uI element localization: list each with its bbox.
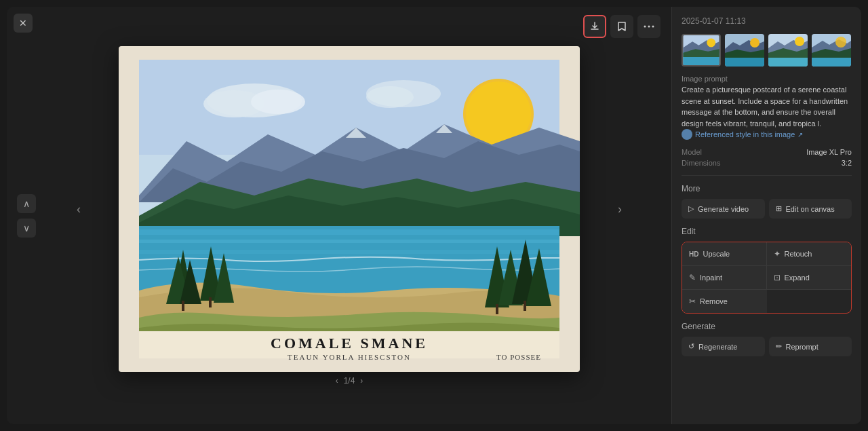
next-image-button[interactable]: › [612, 196, 627, 221]
model-label: Model [682, 148, 702, 156]
prompt-text: Create a picturesque postcard of a seren… [682, 84, 852, 129]
svg-rect-22 [139, 240, 559, 243]
reprompt-label: Reprompt [786, 343, 818, 351]
model-value: Image XL Pro [806, 148, 852, 156]
thumbnail-1[interactable] [682, 34, 721, 67]
dimensions-value: 3:2 [842, 159, 852, 167]
bookmark-button[interactable] [610, 15, 633, 38]
svg-point-0 [644, 26, 646, 28]
regenerate-icon: ↺ [688, 342, 694, 351]
regenerate-label: Regenerate [698, 343, 738, 351]
edit-section: Edit HD Upscale ✦ Retouch ✎ Inpaint ⊡ Ex… [682, 227, 852, 314]
thumbnail-4[interactable] [812, 34, 851, 67]
expand-button[interactable]: ⊡ Expand [767, 266, 852, 290]
svg-rect-36 [524, 301, 526, 311]
retouch-button[interactable]: ✦ Retouch [767, 242, 852, 266]
remove-icon: ✂ [689, 297, 696, 306]
svg-rect-21 [139, 229, 559, 235]
generate-video-button[interactable]: ▷ Generate video [682, 199, 765, 219]
thumbnail-3[interactable] [768, 34, 808, 67]
more-title: More [682, 184, 852, 193]
reprompt-icon: ✏ [776, 342, 782, 351]
counter-text: 1/4 [344, 376, 355, 386]
prompt-label: Image prompt [682, 75, 852, 83]
edit-canvas-icon: ⊞ [776, 204, 782, 213]
svg-text:TEAUN YORLA HIESCSTON: TEAUN YORLA HIESCSTON [288, 353, 411, 361]
edit-actions: HD Upscale ✦ Retouch ✎ Inpaint ⊡ Expand … [682, 242, 852, 314]
retouch-icon: ✦ [774, 249, 781, 259]
expand-icon: ⊡ [774, 273, 781, 282]
upscale-label: Upscale [703, 250, 730, 258]
thumbnails-row [682, 34, 852, 67]
image-prompt-section: Image prompt Create a picturesque postca… [682, 75, 852, 140]
prev-image-button[interactable]: ‹ [71, 196, 86, 221]
svg-point-1 [648, 26, 650, 28]
postcard-image: COMALE SMANE TEAUN YORLA HIESCSTON TO PO… [119, 46, 580, 372]
ref-link-text: Referenced style in this image [695, 130, 795, 138]
svg-point-46 [707, 39, 715, 48]
inpaint-button[interactable]: ✎ Inpaint [682, 266, 767, 290]
ref-link[interactable]: Referenced style in this image ↗ [682, 129, 852, 140]
expand-label: Expand [785, 274, 810, 282]
svg-text:TO POSSEE: TO POSSEE [496, 353, 541, 361]
svg-rect-30 [209, 297, 212, 307]
prev-arrow-icon: ‹ [336, 376, 338, 386]
inpaint-label: Inpaint [700, 274, 722, 282]
edit-on-canvas-button[interactable]: ⊞ Edit on canvas [769, 199, 852, 219]
reprompt-button[interactable]: ✏ Reprompt [769, 337, 852, 356]
more-options-button[interactable] [637, 15, 660, 38]
dimensions-row: Dimensions 3:2 [682, 159, 852, 167]
svg-point-13 [366, 86, 414, 108]
svg-point-61 [835, 37, 846, 48]
remove-button[interactable]: ✂ Remove [682, 290, 767, 313]
timestamp: 2025-01-07 11:13 [682, 16, 852, 26]
retouch-label: Retouch [785, 250, 812, 258]
modal: ✕ ∧ ∨ ‹ [7, 7, 861, 424]
generate-video-icon: ▷ [688, 204, 694, 213]
more-actions: ▷ Generate video ⊞ Edit on canvas [682, 199, 852, 219]
model-row: Model Image XL Pro [682, 148, 852, 156]
dimensions-label: Dimensions [682, 159, 720, 167]
upscale-icon: HD [689, 250, 698, 258]
ref-avatar [682, 129, 692, 140]
svg-rect-29 [182, 301, 184, 311]
inpaint-icon: ✎ [689, 273, 696, 282]
upscale-button[interactable]: HD Upscale [682, 242, 767, 266]
image-area: ‹ [7, 7, 671, 424]
svg-point-11 [251, 90, 305, 114]
edit-canvas-label: Edit on canvas [786, 205, 835, 213]
close-button[interactable]: ✕ [14, 14, 33, 33]
svg-point-56 [795, 37, 804, 46]
regenerate-button[interactable]: ↺ Regenerate [682, 337, 765, 356]
svg-text:COMALE SMANE: COMALE SMANE [271, 335, 428, 352]
generate-actions: ↺ Regenerate ✏ Reprompt [682, 337, 852, 356]
generate-section: Generate ↺ Regenerate ✏ Reprompt [682, 322, 852, 356]
svg-point-2 [652, 26, 654, 28]
main-image-container: ‹ [92, 26, 607, 392]
next-arrow-icon: › [360, 376, 363, 386]
generate-title: Generate [682, 322, 852, 331]
remove-label: Remove [700, 297, 728, 305]
external-link-icon: ↗ [797, 131, 803, 138]
generate-video-label: Generate video [698, 205, 749, 213]
side-panel: 2025-01-07 11:13 [671, 7, 861, 424]
divider-1 [682, 175, 852, 176]
meta-section: Model Image XL Pro Dimensions 3:2 [682, 148, 852, 167]
image-counter: ‹ 1/4 › [336, 376, 363, 386]
more-section: More ▷ Generate video ⊞ Edit on canvas [682, 184, 852, 219]
edit-title: Edit [682, 227, 852, 236]
thumbnail-2[interactable] [725, 34, 764, 67]
svg-point-51 [750, 38, 760, 48]
